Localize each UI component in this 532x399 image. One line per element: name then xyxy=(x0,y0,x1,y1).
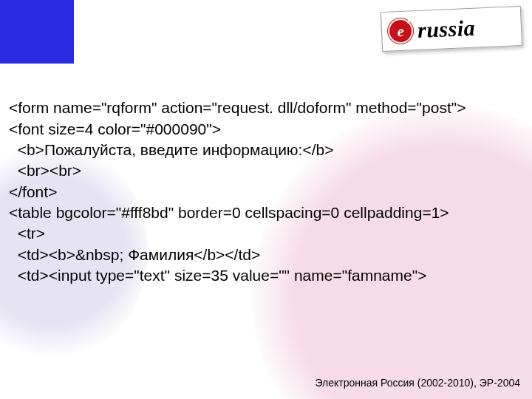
code-line: <form name="rqform" action="request. dll… xyxy=(9,99,466,116)
slide-root: e russia <form name="rqform" action="req… xyxy=(0,0,532,399)
logo-box: e russia xyxy=(381,6,522,52)
code-line: <b>Пожалуйста, введите информацию:</b> xyxy=(9,141,334,158)
logo-text: russia xyxy=(417,16,475,43)
footer-text: Электронная Россия (2002-2010), ЭР-2004 xyxy=(315,377,520,389)
header-blue-bar xyxy=(0,0,74,64)
code-line: <td><b>&nbsp; Фамилия</b></td> xyxy=(9,246,260,263)
logo-mark-letter: e xyxy=(397,22,404,39)
code-line: <td><input type="text" size=35 value="" … xyxy=(9,267,426,284)
logo-mark-icon: e xyxy=(387,18,413,44)
code-line: <tr> xyxy=(9,225,45,242)
code-line: <br><br> xyxy=(9,162,81,179)
code-line: <font size=4 color="#000090"> xyxy=(9,120,221,137)
code-line: <table bgcolor="#fff8bd" border=0 cellsp… xyxy=(9,204,449,221)
code-block: <form name="rqform" action="request. dll… xyxy=(9,77,520,307)
code-line: </font> xyxy=(9,183,57,200)
